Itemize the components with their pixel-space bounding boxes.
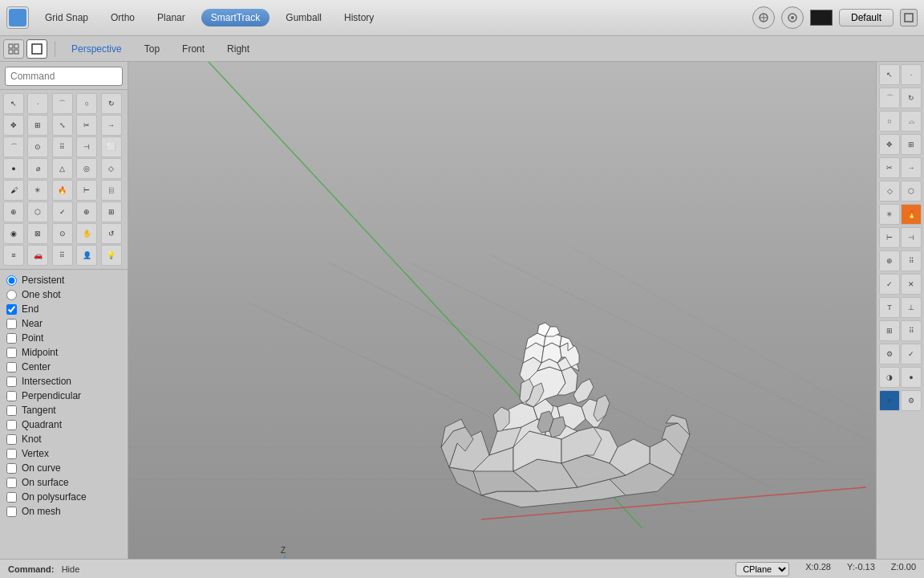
snap-input-knot[interactable]: [6, 434, 17, 445]
tool-btn-19[interactable]: ◇: [101, 158, 122, 179]
tool-btn-29[interactable]: ⊞: [101, 201, 122, 222]
tool-btn-20[interactable]: 🖌: [3, 180, 24, 201]
tool-btn-3[interactable]: ○: [76, 93, 97, 114]
snap-item-onpolysurface[interactable]: On polysurface: [6, 491, 121, 503]
rtool-explode2[interactable]: ✳: [879, 204, 900, 225]
snap-input-tangent[interactable]: [6, 405, 17, 416]
snap-item-point[interactable]: Point: [6, 332, 121, 344]
tool-btn-16[interactable]: ⌀: [27, 158, 48, 179]
snap-input-center[interactable]: [6, 362, 17, 372]
rtool-move2[interactable]: ✥: [879, 134, 900, 155]
smarttrack-btn[interactable]: SmartTrack: [201, 9, 270, 26]
rtool-text[interactable]: T: [879, 297, 900, 318]
rtool-settingsgear[interactable]: ⚙: [879, 344, 900, 364]
tool-btn-32[interactable]: ⊙: [52, 223, 73, 244]
rtool-solid2[interactable]: ⬡: [901, 181, 922, 201]
tool-btn-36[interactable]: 🚗: [27, 245, 48, 266]
tool-btn-6[interactable]: ⊞: [27, 115, 48, 136]
tool-btn-0[interactable]: ↖: [3, 93, 24, 114]
tool-btn-24[interactable]: ⌸: [101, 180, 122, 201]
rtool-point2[interactable]: ·: [901, 64, 922, 85]
app-icon-btn[interactable]: [6, 6, 29, 29]
view-single-icon-btn[interactable]: [26, 39, 47, 59]
snap-input-quadrant[interactable]: [6, 420, 17, 430]
tab-top[interactable]: Top: [133, 40, 171, 58]
snap-item-oneshot[interactable]: One shot: [6, 289, 121, 300]
tool-btn-14[interactable]: ⬜: [101, 136, 122, 157]
snap-input-onpolysurface[interactable]: [6, 492, 17, 503]
tool-btn-38[interactable]: 👤: [76, 245, 97, 266]
snap-input-intersection[interactable]: [6, 377, 17, 387]
snap-item-midpoint[interactable]: Midpoint: [6, 347, 121, 358]
rtool-settings3[interactable]: ⚙: [901, 390, 922, 411]
tool-btn-21[interactable]: ✳: [27, 180, 48, 201]
rtool-layer2[interactable]: ≡: [879, 390, 900, 411]
snap-item-persistent[interactable]: Persistent: [6, 275, 121, 286]
cplane-select[interactable]: CPlane: [736, 562, 789, 576]
tool-btn-17[interactable]: △: [52, 158, 73, 179]
tool-btn-10[interactable]: ⌒: [3, 136, 24, 157]
snap-item-near[interactable]: Near: [6, 318, 121, 329]
snap-input-persistent[interactable]: [6, 275, 17, 286]
tool-btn-23[interactable]: ⊢: [76, 180, 97, 201]
tool-btn-34[interactable]: ↺: [101, 223, 122, 244]
snap-item-vertex[interactable]: Vertex: [6, 448, 121, 459]
snap-item-knot[interactable]: Knot: [6, 434, 121, 445]
snap-input-vertex[interactable]: [6, 449, 17, 459]
snap-input-near[interactable]: [6, 319, 17, 329]
tab-front[interactable]: Front: [171, 40, 216, 58]
tool-btn-8[interactable]: ✂: [76, 115, 97, 136]
tool-btn-12[interactable]: ⠿: [52, 136, 73, 157]
tool-btn-27[interactable]: ✓: [52, 201, 73, 222]
rtool-circle2[interactable]: ○: [879, 111, 900, 132]
ortho-btn[interactable]: Ortho: [104, 10, 141, 26]
rtool-trim2[interactable]: ✂: [879, 157, 900, 178]
nav-rotate-btn[interactable]: [752, 6, 775, 29]
snap-input-midpoint[interactable]: [6, 348, 17, 358]
rtool-dim[interactable]: ⊥: [901, 297, 922, 318]
tool-btn-39[interactable]: 💡: [101, 245, 122, 266]
tool-btn-1[interactable]: ·: [27, 93, 48, 114]
rtool-checkmark[interactable]: ✓: [901, 344, 922, 364]
rtool-arc[interactable]: ⌓: [901, 111, 922, 132]
snap-item-onsurface[interactable]: On surface: [6, 477, 121, 488]
tool-btn-26[interactable]: ⬡: [27, 201, 48, 222]
tool-btn-15[interactable]: ●: [3, 158, 24, 179]
tool-btn-18[interactable]: ◎: [76, 158, 97, 179]
rtool-curve2[interactable]: ⌒: [879, 88, 900, 108]
snap-item-tangent[interactable]: Tangent: [6, 405, 121, 416]
rtool-pull[interactable]: ⊣: [901, 227, 922, 248]
snap-input-oncurve[interactable]: [6, 463, 17, 474]
maximize-btn[interactable]: [900, 9, 918, 26]
tool-btn-25[interactable]: ⊕: [3, 201, 24, 222]
snap-item-center[interactable]: Center: [6, 361, 121, 372]
rtool-zoom2[interactable]: ⊕: [879, 250, 900, 271]
tool-btn-11[interactable]: ⊙: [27, 136, 48, 157]
rtool-solid3[interactable]: ●: [901, 367, 922, 388]
snap-item-oncurve[interactable]: On curve: [6, 462, 121, 474]
view-grid-icon-btn[interactable]: [3, 39, 24, 59]
rtool-check2[interactable]: ✓: [879, 274, 900, 295]
tab-right[interactable]: Right: [216, 40, 261, 58]
tab-perspective[interactable]: Perspective: [60, 40, 133, 58]
snap-input-onmesh[interactable]: [6, 507, 17, 517]
rtool-dotgrid[interactable]: ⠿: [901, 320, 922, 341]
snap-input-perpendicular[interactable]: [6, 391, 17, 401]
tool-btn-13[interactable]: ⊣: [76, 136, 97, 157]
tool-btn-5[interactable]: ✥: [3, 115, 24, 136]
rtool-cursor[interactable]: ↖: [879, 64, 900, 85]
snap-input-point[interactable]: [6, 333, 17, 344]
rtool-surface2[interactable]: ◇: [879, 181, 900, 201]
tool-btn-28[interactable]: ⊕: [76, 201, 97, 222]
tool-btn-30[interactable]: ◉: [3, 223, 24, 244]
snap-item-quadrant[interactable]: Quadrant: [6, 419, 121, 430]
rtool-shade[interactable]: ◑: [879, 367, 900, 388]
rtool-extend2[interactable]: →: [901, 157, 922, 178]
tool-btn-31[interactable]: ⊠: [27, 223, 48, 244]
grid-snap-btn[interactable]: Grid Snap: [38, 10, 95, 26]
color-swatch[interactable]: [810, 10, 833, 26]
snap-item-perpendicular[interactable]: Perpendicular: [6, 390, 121, 401]
nav-target-btn[interactable]: [781, 6, 804, 29]
tool-btn-37[interactable]: ⠿: [52, 245, 73, 266]
rtool-grid2[interactable]: ⊞: [879, 320, 900, 341]
